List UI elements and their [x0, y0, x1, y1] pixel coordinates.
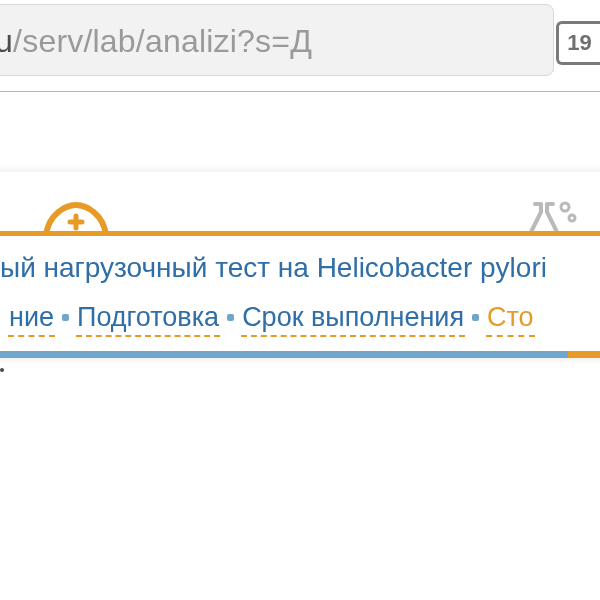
page-top-gap	[0, 92, 600, 172]
url-text: hmi.ru/serv/lab/analizi?s=Д	[0, 19, 312, 63]
url-host: hmi.ru	[0, 23, 13, 60]
tab-ние[interactable]: ние	[8, 302, 55, 337]
browser-chrome: hmi.ru/serv/lab/analizi?s=Д 19	[0, 0, 600, 92]
body-text-fragment	[0, 368, 4, 372]
icon-bar	[0, 172, 600, 236]
page-title: ый нагрузочный тест на Helicobacter pylo…	[0, 252, 600, 284]
tab-count-button[interactable]: 19	[556, 21, 600, 65]
svg-point-1	[569, 215, 575, 221]
tab-подготовка[interactable]: Подготовка	[76, 302, 220, 337]
lab-flask-icon	[520, 196, 580, 236]
subnav-tabs: ниеПодготовкаСрок выполненияСто	[0, 298, 600, 351]
tab-count-value: 19	[567, 30, 591, 56]
tab-dot-icon	[62, 314, 69, 321]
tab-dot-icon	[472, 314, 479, 321]
tab-срок выполнения[interactable]: Срок выполнения	[241, 302, 465, 337]
nurse-cap-icon	[42, 196, 110, 236]
tab-сто[interactable]: Сто	[486, 302, 535, 337]
tab-dot-icon	[227, 314, 234, 321]
progress-done	[568, 351, 600, 358]
url-path: /serv/lab/analizi?s=Д	[13, 23, 312, 60]
progress-bar	[0, 351, 600, 358]
content-card: ый нагрузочный тест на Helicobacter pylo…	[0, 172, 600, 358]
icon-bar-rule	[0, 231, 600, 236]
svg-point-0	[561, 203, 569, 211]
url-bar[interactable]: hmi.ru/serv/lab/analizi?s=Д	[0, 4, 554, 76]
